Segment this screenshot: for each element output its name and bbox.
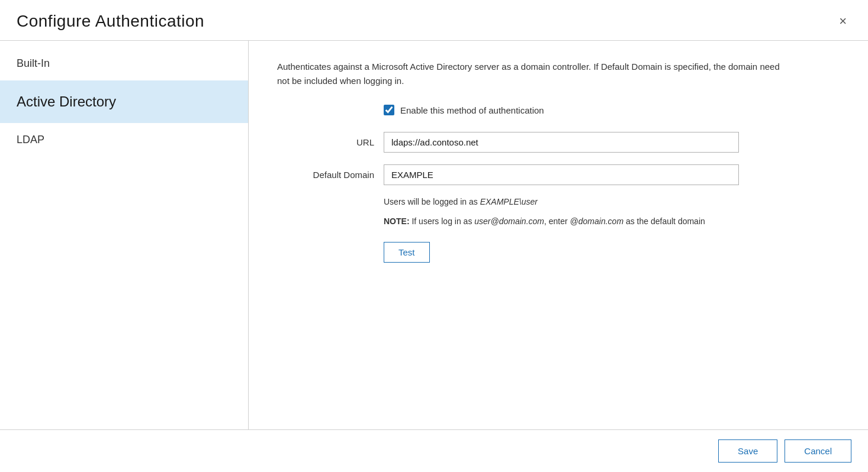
enable-row: Enable this method of authentication: [384, 105, 840, 115]
default-domain-input[interactable]: [384, 164, 739, 185]
url-input[interactable]: [384, 132, 739, 153]
cancel-button[interactable]: Cancel: [785, 439, 851, 463]
sidebar: Built-In Active Directory LDAP: [0, 41, 249, 429]
hint-row: Users will be logged in as EXAMPLE\user …: [384, 197, 840, 228]
configure-authentication-dialog: Configure Authentication × Built-In Acti…: [0, 0, 868, 472]
sidebar-item-ldap[interactable]: LDAP: [0, 123, 248, 157]
dialog-title: Configure Authentication: [17, 12, 204, 31]
sidebar-item-active-directory[interactable]: Active Directory: [0, 80, 248, 123]
url-label: URL: [277, 137, 384, 147]
save-button[interactable]: Save: [718, 439, 777, 463]
enable-checkbox-wrapper: Enable this method of authentication: [384, 105, 544, 115]
dialog-footer: Save Cancel: [0, 429, 868, 472]
description-text: Authenticates against a Microsoft Active…: [277, 60, 786, 88]
dialog-header: Configure Authentication ×: [0, 0, 868, 41]
dialog-body: Built-In Active Directory LDAP Authentic…: [0, 41, 868, 429]
sidebar-item-built-in[interactable]: Built-In: [0, 47, 248, 80]
default-domain-row: Default Domain: [277, 164, 840, 185]
test-button-row: Test: [384, 242, 840, 263]
url-row: URL: [277, 132, 840, 153]
enable-checkbox-label: Enable this method of authentication: [400, 105, 544, 115]
note-text: NOTE: If users log in as user@domain.com…: [384, 215, 774, 228]
main-content: Authenticates against a Microsoft Active…: [249, 41, 868, 429]
close-button[interactable]: ×: [834, 12, 851, 30]
hint-text: Users will be logged in as EXAMPLE\user: [384, 197, 840, 206]
enable-checkbox[interactable]: [384, 105, 394, 115]
test-button[interactable]: Test: [384, 242, 430, 263]
default-domain-label: Default Domain: [277, 170, 384, 180]
